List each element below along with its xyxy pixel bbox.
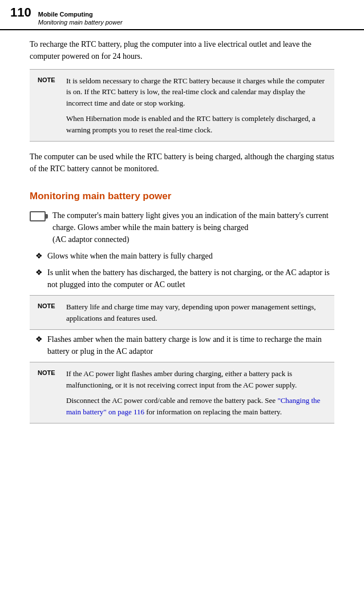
header-category-subtitle: Monitoring main battery power — [38, 18, 123, 26]
main-battery-icon-text: The computer's main battery light gives … — [52, 209, 334, 245]
note-label-3: NOTE — [38, 368, 59, 378]
note-box-1: NOTE It is seldom necessary to charge th… — [30, 69, 334, 142]
battery-icon-row: The computer's main battery light gives … — [30, 209, 334, 245]
note2-line1: Battery life and charge time may vary, d… — [66, 301, 326, 324]
bullet-text-2: Is unlit when the battery has discharged… — [47, 267, 334, 291]
page-header: 110 Mobile Computing Monitoring main bat… — [0, 0, 364, 30]
main-content: To recharge the RTC battery, plug the co… — [0, 30, 364, 423]
note-content-1: It is seldom necessary to charge the RTC… — [66, 75, 326, 136]
bullet-diamond-1: ❖ — [35, 251, 43, 262]
bullet-list: ❖ Glows white when the main battery is f… — [30, 250, 334, 291]
bullet-text-3: Flashes amber when the main battery char… — [47, 333, 334, 357]
note1-line1: It is seldom necessary to charge the RTC… — [66, 75, 326, 109]
note-box-3: NOTE If the AC power light flashes amber… — [30, 362, 334, 423]
header-category-title: Mobile Computing — [38, 10, 123, 18]
bullet-item-2: ❖ Is unlit when the battery has discharg… — [30, 267, 334, 291]
bullet-item-3: ❖ Flashes amber when the main battery ch… — [30, 333, 334, 357]
bullet-diamond-2: ❖ — [35, 267, 43, 279]
note-content-2: Battery life and charge time may vary, d… — [66, 301, 326, 324]
bullet-list-2: ❖ Flashes amber when the main battery ch… — [30, 333, 334, 357]
note-label-2: NOTE — [38, 301, 59, 311]
page-number: 110 — [10, 3, 31, 22]
battery-icon — [30, 211, 46, 221]
changing-battery-link[interactable]: "Changing the main battery" on page 116 — [66, 396, 320, 416]
header-category: Mobile Computing Monitoring main battery… — [38, 10, 123, 27]
note-content-3: If the AC power light flashes amber duri… — [66, 368, 326, 417]
note-label-1: NOTE — [38, 75, 59, 85]
rtc-usable-para: The computer can be used while the RTC b… — [30, 143, 334, 180]
note1-line2: When Hibernation mode is enabled and the… — [66, 113, 326, 135]
bullet-item-1: ❖ Glows white when the main battery is f… — [30, 250, 334, 262]
note3-line1: If the AC power light flashes amber duri… — [66, 368, 326, 390]
bullet-text-1: Glows white when the main battery is ful… — [47, 250, 213, 262]
bullet-diamond-3: ❖ — [35, 334, 43, 345]
section-heading: Monitoring main battery power — [30, 189, 334, 204]
rtc-recharge-para: To recharge the RTC battery, plug the co… — [30, 30, 334, 68]
note3-line2: Disconnect the AC power cord/cable and r… — [66, 395, 326, 417]
note-box-2: NOTE Battery life and charge time may va… — [30, 295, 334, 330]
